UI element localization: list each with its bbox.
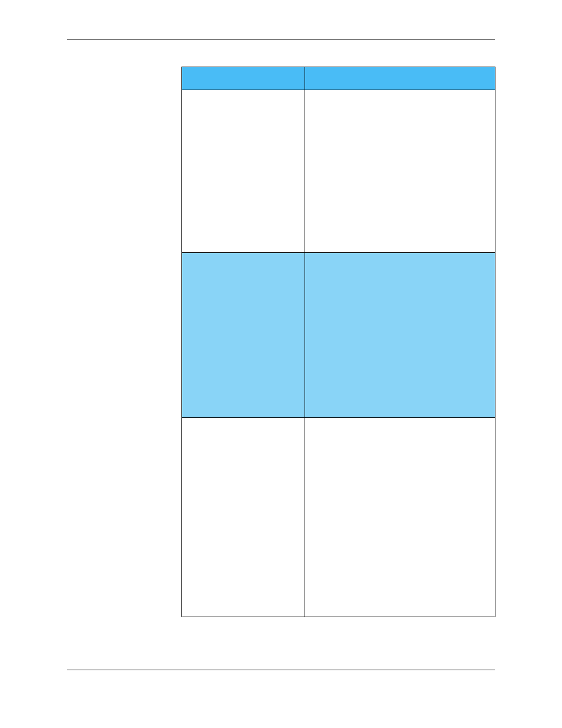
table-cell <box>305 90 495 253</box>
table-header-cell <box>182 67 305 90</box>
document-page <box>0 0 562 728</box>
table-cell <box>182 90 305 253</box>
table-header-cell <box>305 67 495 90</box>
table-cell <box>305 418 495 617</box>
bottom-rule <box>67 670 495 670</box>
table-cell <box>305 253 495 418</box>
table-row <box>182 253 495 418</box>
table-row <box>182 90 495 253</box>
content-table <box>181 67 495 617</box>
table-row <box>182 418 495 617</box>
table-cell <box>182 418 305 617</box>
table-cell <box>182 253 305 418</box>
top-rule <box>67 39 495 39</box>
